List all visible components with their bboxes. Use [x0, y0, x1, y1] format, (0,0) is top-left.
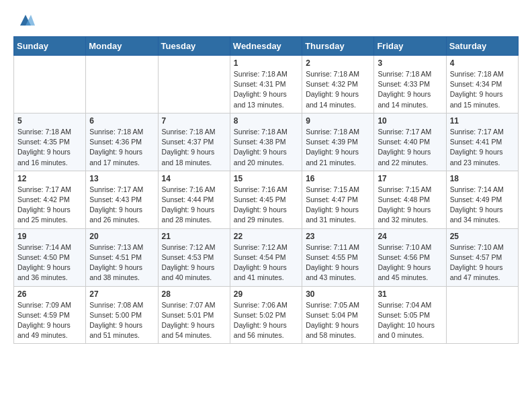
week-row-3: 12Sunrise: 7:17 AM Sunset: 4:42 PM Dayli… — [14, 171, 519, 228]
day-number: 27 — [89, 289, 154, 299]
day-number: 15 — [234, 174, 298, 183]
calendar-table: SundayMondayTuesdayWednesdayThursdayFrid… — [13, 36, 519, 344]
calendar-cell: 29Sunrise: 7:06 AM Sunset: 5:02 PM Dayli… — [230, 286, 302, 344]
week-row-1: 1Sunrise: 7:18 AM Sunset: 4:31 PM Daylig… — [14, 56, 519, 113]
calendar-cell — [446, 286, 518, 344]
day-info: Sunrise: 7:06 AM Sunset: 5:02 PM Dayligh… — [234, 300, 298, 341]
header-cell-thursday: Thursday — [302, 37, 374, 56]
day-info: Sunrise: 7:14 AM Sunset: 4:50 PM Dayligh… — [17, 242, 82, 283]
day-number: 2 — [306, 58, 370, 68]
day-info: Sunrise: 7:12 AM Sunset: 4:53 PM Dayligh… — [162, 242, 226, 283]
day-info: Sunrise: 7:08 AM Sunset: 5:00 PM Dayligh… — [89, 300, 154, 341]
header-cell-tuesday: Tuesday — [158, 37, 230, 56]
calendar-cell: 9Sunrise: 7:18 AM Sunset: 4:39 PM Daylig… — [302, 113, 374, 171]
calendar-cell: 22Sunrise: 7:12 AM Sunset: 4:54 PM Dayli… — [230, 228, 302, 286]
day-info: Sunrise: 7:16 AM Sunset: 4:45 PM Dayligh… — [234, 185, 298, 226]
day-info: Sunrise: 7:18 AM Sunset: 4:34 PM Dayligh… — [450, 69, 515, 110]
day-number: 17 — [378, 174, 442, 183]
day-info: Sunrise: 7:17 AM Sunset: 4:42 PM Dayligh… — [17, 185, 82, 226]
day-info: Sunrise: 7:07 AM Sunset: 5:01 PM Dayligh… — [162, 300, 226, 341]
day-number: 22 — [234, 232, 298, 241]
calendar-cell: 15Sunrise: 7:16 AM Sunset: 4:45 PM Dayli… — [230, 171, 302, 228]
header-cell-saturday: Saturday — [446, 37, 518, 56]
header-cell-sunday: Sunday — [14, 37, 86, 56]
calendar-cell: 6Sunrise: 7:18 AM Sunset: 4:36 PM Daylig… — [86, 113, 158, 171]
day-number: 28 — [162, 289, 226, 299]
day-number: 5 — [17, 116, 82, 126]
calendar-cell: 4Sunrise: 7:18 AM Sunset: 4:34 PM Daylig… — [446, 56, 518, 113]
day-info: Sunrise: 7:05 AM Sunset: 5:04 PM Dayligh… — [306, 300, 370, 341]
day-number: 3 — [378, 58, 442, 68]
day-number: 6 — [89, 116, 154, 126]
day-number: 7 — [162, 116, 226, 126]
day-info: Sunrise: 7:11 AM Sunset: 4:55 PM Dayligh… — [306, 242, 370, 283]
calendar-cell: 18Sunrise: 7:14 AM Sunset: 4:49 PM Dayli… — [446, 171, 518, 228]
header-cell-wednesday: Wednesday — [230, 37, 302, 56]
week-row-2: 5Sunrise: 7:18 AM Sunset: 4:35 PM Daylig… — [14, 113, 519, 171]
calendar-cell — [14, 56, 86, 113]
calendar-cell: 1Sunrise: 7:18 AM Sunset: 4:31 PM Daylig… — [230, 56, 302, 113]
calendar-cell: 3Sunrise: 7:18 AM Sunset: 4:33 PM Daylig… — [374, 56, 446, 113]
day-number: 18 — [450, 174, 515, 183]
calendar-cell: 2Sunrise: 7:18 AM Sunset: 4:32 PM Daylig… — [302, 56, 374, 113]
calendar-cell: 31Sunrise: 7:04 AM Sunset: 5:05 PM Dayli… — [374, 286, 446, 344]
day-info: Sunrise: 7:10 AM Sunset: 4:57 PM Dayligh… — [450, 242, 515, 283]
calendar-cell: 23Sunrise: 7:11 AM Sunset: 4:55 PM Dayli… — [302, 228, 374, 286]
logo-icon — [16, 11, 35, 30]
calendar-cell: 16Sunrise: 7:15 AM Sunset: 4:47 PM Dayli… — [302, 171, 374, 228]
calendar-cell: 25Sunrise: 7:10 AM Sunset: 4:57 PM Dayli… — [446, 228, 518, 286]
day-number: 14 — [162, 174, 226, 183]
day-number: 10 — [378, 116, 442, 126]
day-info: Sunrise: 7:18 AM Sunset: 4:33 PM Dayligh… — [378, 69, 442, 110]
calendar-cell: 5Sunrise: 7:18 AM Sunset: 4:35 PM Daylig… — [14, 113, 86, 171]
day-info: Sunrise: 7:15 AM Sunset: 4:47 PM Dayligh… — [306, 185, 370, 226]
day-number: 25 — [450, 232, 515, 241]
day-info: Sunrise: 7:18 AM Sunset: 4:38 PM Dayligh… — [234, 127, 298, 168]
page: SundayMondayTuesdayWednesdayThursdayFrid… — [0, 0, 532, 355]
day-info: Sunrise: 7:18 AM Sunset: 4:35 PM Dayligh… — [17, 127, 82, 168]
day-number: 30 — [306, 289, 370, 299]
calendar-cell: 11Sunrise: 7:17 AM Sunset: 4:41 PM Dayli… — [446, 113, 518, 171]
day-info: Sunrise: 7:04 AM Sunset: 5:05 PM Dayligh… — [378, 300, 442, 341]
day-number: 24 — [378, 232, 442, 241]
day-number: 20 — [89, 232, 154, 241]
day-info: Sunrise: 7:18 AM Sunset: 4:39 PM Dayligh… — [306, 127, 370, 168]
day-info: Sunrise: 7:14 AM Sunset: 4:49 PM Dayligh… — [450, 185, 515, 226]
day-number: 12 — [17, 174, 82, 183]
day-info: Sunrise: 7:17 AM Sunset: 4:41 PM Dayligh… — [450, 127, 515, 168]
calendar-cell: 20Sunrise: 7:13 AM Sunset: 4:51 PM Dayli… — [86, 228, 158, 286]
calendar-cell — [86, 56, 158, 113]
calendar-cell: 19Sunrise: 7:14 AM Sunset: 4:50 PM Dayli… — [14, 228, 86, 286]
day-info: Sunrise: 7:15 AM Sunset: 4:48 PM Dayligh… — [378, 185, 442, 226]
day-number: 21 — [162, 232, 226, 241]
calendar-cell: 27Sunrise: 7:08 AM Sunset: 5:00 PM Dayli… — [86, 286, 158, 344]
week-row-4: 19Sunrise: 7:14 AM Sunset: 4:50 PM Dayli… — [14, 228, 519, 286]
day-info: Sunrise: 7:10 AM Sunset: 4:56 PM Dayligh… — [378, 242, 442, 283]
header-cell-monday: Monday — [86, 37, 158, 56]
day-info: Sunrise: 7:18 AM Sunset: 4:32 PM Dayligh… — [306, 69, 370, 110]
day-info: Sunrise: 7:16 AM Sunset: 4:44 PM Dayligh… — [162, 185, 226, 226]
day-info: Sunrise: 7:13 AM Sunset: 4:51 PM Dayligh… — [89, 242, 154, 283]
calendar-cell: 7Sunrise: 7:18 AM Sunset: 4:37 PM Daylig… — [158, 113, 230, 171]
day-number: 23 — [306, 232, 370, 241]
header-row: SundayMondayTuesdayWednesdayThursdayFrid… — [14, 37, 519, 56]
day-info: Sunrise: 7:18 AM Sunset: 4:37 PM Dayligh… — [162, 127, 226, 168]
day-number: 9 — [306, 116, 370, 126]
day-number: 31 — [378, 289, 442, 299]
day-number: 13 — [89, 174, 154, 183]
day-number: 8 — [234, 116, 298, 126]
calendar-cell: 24Sunrise: 7:10 AM Sunset: 4:56 PM Dayli… — [374, 228, 446, 286]
calendar-cell — [158, 56, 230, 113]
calendar-cell: 8Sunrise: 7:18 AM Sunset: 4:38 PM Daylig… — [230, 113, 302, 171]
day-info: Sunrise: 7:18 AM Sunset: 4:36 PM Dayligh… — [89, 127, 154, 168]
day-number: 11 — [450, 116, 515, 126]
day-info: Sunrise: 7:18 AM Sunset: 4:31 PM Dayligh… — [234, 69, 298, 110]
header-cell-friday: Friday — [374, 37, 446, 56]
calendar-cell: 26Sunrise: 7:09 AM Sunset: 4:59 PM Dayli… — [14, 286, 86, 344]
calendar-cell: 30Sunrise: 7:05 AM Sunset: 5:04 PM Dayli… — [302, 286, 374, 344]
day-info: Sunrise: 7:17 AM Sunset: 4:43 PM Dayligh… — [89, 185, 154, 226]
logo — [13, 11, 35, 30]
week-row-5: 26Sunrise: 7:09 AM Sunset: 4:59 PM Dayli… — [14, 286, 519, 344]
day-number: 26 — [17, 289, 82, 299]
calendar-cell: 12Sunrise: 7:17 AM Sunset: 4:42 PM Dayli… — [14, 171, 86, 228]
